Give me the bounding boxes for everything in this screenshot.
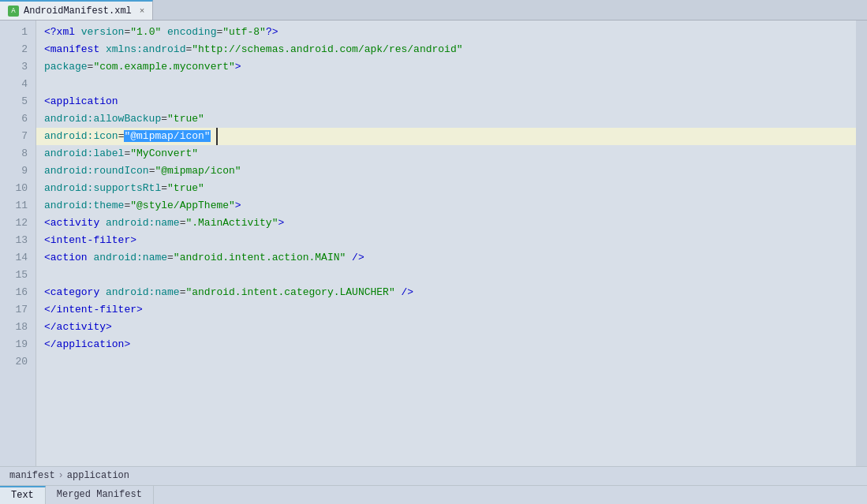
token-tag: <intent-filter> [44, 234, 136, 246]
gutter-area-18 [2, 322, 13, 333]
line-number-5: 5 [0, 93, 36, 110]
token-tag: <application [44, 95, 118, 107]
token-val: "http://schemas.android.com/apk/res/andr… [192, 43, 462, 55]
code-line-12: <activity android:name=".MainActivity"> [36, 215, 856, 232]
code-line-20 [36, 353, 856, 371]
token-tag: > [235, 200, 241, 211]
token-tag: </intent-filter> [44, 304, 143, 315]
gutter-area-10 [2, 183, 13, 194]
code-line-14: <action android:name="android.intent.act… [36, 249, 856, 267]
tab-bar: A AndroidManifest.xml × [0, 0, 867, 21]
token-tag: > [278, 217, 284, 229]
token-punct: = [167, 252, 174, 263]
code-line-2: <manifest xmlns:android="http://schemas.… [36, 41, 856, 58]
token-tag: <action [44, 252, 93, 263]
token-tag: <category [44, 286, 106, 298]
token-val: ".MainActivity" [185, 217, 278, 229]
line-number-1: 1 [0, 24, 36, 41]
token-attr: xmlns:android [106, 43, 185, 55]
line-number-13: 13 [0, 232, 36, 249]
token-attr: android:icon [44, 130, 118, 142]
token-attr: android:allowBackup [44, 113, 161, 125]
breadcrumb-bar: manifest › application [0, 467, 867, 486]
token-attr: package [44, 61, 88, 73]
token-val: "android.intent.category.LAUNCHER" [185, 286, 394, 298]
gutter-area-4 [9, 79, 20, 90]
tabs-bottom: TextMerged Manifest [0, 486, 867, 504]
token-tag: </activity> [44, 321, 112, 333]
line-number-9: 9 [0, 162, 36, 180]
editor-wrapper: A AndroidManifest.xml × 1234567891011121… [0, 0, 867, 504]
token-tag: > [235, 61, 241, 73]
code-line-5: <application [36, 93, 856, 110]
text-cursor [211, 128, 219, 145]
code-line-3: package="com.example.myconvert"> [36, 58, 856, 76]
code-line-1: <?xml version="1.0" encoding="utf-8"?> [36, 24, 856, 41]
line-number-2: 2 [0, 41, 36, 58]
scrollbar-track[interactable] [856, 21, 867, 466]
line-number-14: 14 [0, 249, 36, 267]
gutter-area-17 [2, 304, 13, 315]
token-tag: <activity [44, 217, 106, 229]
token-attr: encoding [161, 26, 216, 38]
code-line-19: </application> [36, 336, 856, 353]
line-number-18: 18 [0, 319, 36, 336]
code-line-17: </intent-filter> [36, 301, 856, 319]
code-line-18: </activity> [36, 319, 856, 336]
gutter-area-20 [2, 357, 13, 368]
gutter-area-7 [9, 131, 20, 142]
bottom-bar: manifest › application TextMerged Manife… [0, 466, 867, 504]
gutter-area-15 [2, 270, 13, 281]
line-number-16: 16 [0, 284, 36, 301]
token-attr: version [81, 26, 125, 38]
file-tab[interactable]: A AndroidManifest.xml × [0, 0, 153, 20]
token-attr: android:name [93, 252, 167, 263]
line-number-20: 20 [0, 353, 36, 371]
token-attr: android:supportsRtl [44, 182, 161, 194]
code-line-15 [36, 267, 856, 284]
line-number-15: 15 [0, 267, 36, 284]
token-attr: android:name [106, 286, 180, 298]
gutter-area-11 [2, 200, 13, 211]
code-line-6: android:allowBackup="true" [36, 110, 856, 128]
tab-close-button[interactable]: × [140, 6, 145, 16]
line-number-7: 7 [0, 128, 36, 145]
line-number-10: 10 [0, 180, 36, 197]
code-line-13: <intent-filter> [36, 232, 856, 249]
line-number-17: 17 [0, 301, 36, 319]
gutter-area-3 [9, 62, 20, 73]
bottom-tab-1[interactable]: Merged Manifest [46, 486, 154, 504]
token-tag: <?xml [44, 26, 81, 38]
code-line-4 [36, 76, 856, 93]
code-line-10: android:supportsRtl="true" [36, 180, 856, 197]
code-content[interactable]: <?xml version="1.0" encoding="utf-8"?><m… [36, 21, 856, 466]
line-number-8: 8 [0, 145, 36, 162]
line-number-3: 3 [0, 58, 36, 76]
line-number-19: 19 [0, 336, 36, 353]
token-attr: android:label [44, 147, 124, 159]
token-val: "@mipmap/icon" [155, 165, 241, 177]
gutter-area-2 [9, 44, 20, 55]
gutter-area-14 [2, 252, 13, 263]
token-val: "MyConvert" [130, 147, 198, 159]
token-tag: <manifest [44, 43, 106, 55]
token-attr: android:roundIcon [44, 165, 149, 177]
bottom-tab-0[interactable]: Text [0, 486, 46, 504]
token-punct: = [161, 113, 167, 125]
token-val: "android.intent.action.MAIN" [174, 252, 346, 263]
token-val: "@style/AppTheme" [130, 200, 235, 211]
token-val: "com.example.myconvert" [93, 61, 234, 73]
gutter-area-1 [9, 27, 20, 38]
line-number-12: 12 [0, 215, 36, 232]
token-tag: /> [346, 252, 364, 263]
code-line-7: android:icon="@mipmap/icon" [36, 128, 856, 145]
gutter-area-13 [2, 235, 13, 246]
token-val: "true" [167, 182, 204, 194]
token-attr: android:theme [44, 200, 124, 211]
line-number-6: 6 [0, 110, 36, 128]
gutter-area-6 [9, 114, 20, 125]
gutter-area-12 [2, 218, 13, 229]
token-val: "1.0" [130, 26, 161, 38]
code-line-8: android:label="MyConvert" [36, 145, 856, 162]
code-area: 1234567891011121314151617181920 <?xml ve… [0, 21, 867, 466]
